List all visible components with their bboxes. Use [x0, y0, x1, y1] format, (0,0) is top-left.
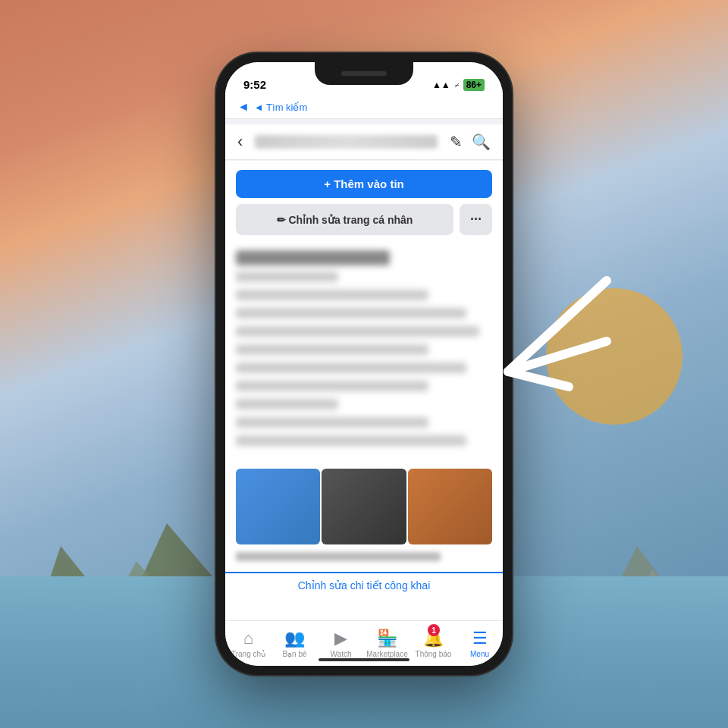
photo-thumb-1[interactable]	[236, 469, 320, 544]
notification-label: Thông báo	[416, 650, 452, 658]
blurred-line-4	[236, 326, 479, 337]
battery-indicator: 86+	[463, 79, 485, 91]
notification-badge: 1	[428, 624, 440, 636]
edit-profile-button[interactable]: ✏ Chỉnh sửa trang cá nhân	[236, 204, 453, 235]
watch-label: Watch	[331, 650, 352, 658]
watch-icon: ▶	[334, 629, 347, 648]
profile-actions: + Thêm vào tin ✏ Chỉnh sửa trang cá nhân…	[225, 161, 503, 243]
marketplace-icon: 🏪	[377, 629, 397, 648]
home-label: Trang chủ	[231, 650, 265, 658]
status-time: 9:52	[243, 78, 266, 91]
header-actions: ✎ 🔍	[450, 133, 491, 151]
search-icon[interactable]: 🔍	[472, 133, 491, 151]
blurred-line-2	[236, 290, 428, 300]
page-header: ‹ ✎ 🔍	[225, 124, 503, 160]
add-to-story-button[interactable]: + Thêm vào tin	[236, 170, 492, 198]
blurred-line-1	[236, 271, 338, 282]
edit-icon[interactable]: ✎	[450, 133, 463, 151]
menu-icon: ☰	[472, 629, 488, 648]
page-title-blurred	[255, 135, 438, 149]
friends-icon: 👥	[284, 629, 305, 648]
status-icons: ▲▲ ⌿ 86+	[432, 79, 485, 91]
photo-thumb-2[interactable]	[322, 469, 406, 544]
phone-frame: 9:52 ▲▲ ⌿ 86+ ◄ ◄ Tìm kiếm ‹ ✎ 🔍	[216, 53, 512, 675]
photo-strip	[225, 464, 503, 549]
phone-screen: 9:52 ▲▲ ⌿ 86+ ◄ ◄ Tìm kiếm ‹ ✎ 🔍	[225, 62, 503, 666]
main-content: + Thêm vào tin ✏ Chỉnh sửa trang cá nhân…	[225, 161, 503, 620]
blurred-line-5	[236, 344, 428, 355]
search-hint[interactable]: ◄ Tìm kiếm	[254, 102, 307, 113]
edit-public-details[interactable]: Chỉnh sửa chi tiết công khai	[225, 572, 503, 598]
back-arrow-icon[interactable]: ◄	[237, 100, 249, 114]
back-nav-bar: ◄ ◄ Tìm kiếm	[225, 96, 503, 119]
wifi-icon: ⌿	[454, 80, 460, 90]
nav-item-menu[interactable]: ☰ Menu	[457, 621, 503, 666]
home-indicator	[318, 658, 410, 661]
signal-icon: ▲▲	[432, 80, 450, 90]
notch	[315, 62, 413, 85]
blurred-footer	[225, 549, 503, 569]
profile-info-blurred	[225, 243, 503, 461]
nav-item-home[interactable]: ⌂ Trang chủ	[225, 621, 271, 666]
photo-thumb-3[interactable]	[408, 469, 492, 544]
nav-item-notifications[interactable]: 🔔 Thông báo 1	[410, 621, 457, 666]
marketplace-label: Marketplace	[366, 650, 407, 658]
profile-name-blurred	[236, 250, 390, 265]
blurred-line-7	[236, 381, 428, 391]
blurred-line-6	[236, 362, 466, 373]
blurred-line-9	[236, 417, 428, 428]
friends-label: Bạn bè	[282, 650, 306, 658]
edit-profile-row: ✏ Chỉnh sửa trang cá nhân ···	[236, 204, 492, 235]
menu-label: Menu	[470, 650, 489, 658]
back-button[interactable]: ‹	[237, 132, 243, 152]
blurred-line-3	[236, 308, 466, 318]
speaker	[341, 71, 387, 76]
blurred-line-8	[236, 399, 338, 410]
home-icon: ⌂	[243, 629, 253, 648]
blurred-line-10	[236, 435, 466, 446]
nav-item-friends[interactable]: 👥 Bạn bè	[271, 621, 318, 666]
more-options-button[interactable]: ···	[460, 204, 492, 235]
